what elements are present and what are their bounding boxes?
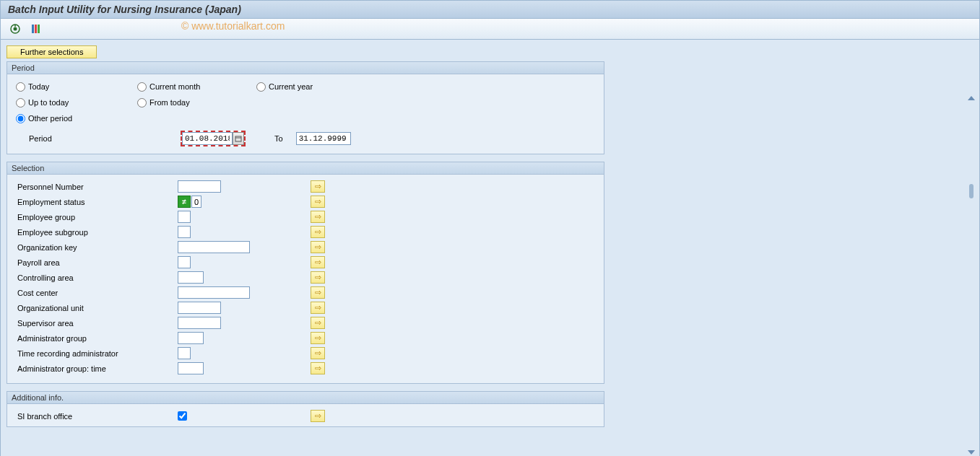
radio-today[interactable]: Today (16, 82, 137, 92)
radio-today-input[interactable] (16, 82, 25, 92)
radio-current-month-input[interactable] (137, 82, 147, 92)
radio-current-year[interactable]: Current year (256, 82, 372, 92)
organization-key-input[interactable] (178, 241, 250, 253)
vertical-scrollbar[interactable] (966, 96, 976, 455)
admin-group-time-input[interactable] (178, 362, 204, 374)
employee-subgroup-label: Employee subgroup (16, 228, 178, 237)
additional-info-group: Additional info. SI branch office ⇨ (6, 391, 604, 427)
personnel-number-input[interactable] (178, 180, 221, 193)
not-equal-icon[interactable]: ≠ (178, 196, 191, 208)
employee-group-input[interactable] (178, 211, 191, 223)
payroll-area-multi-button[interactable]: ⇨ (311, 256, 325, 268)
administrator-group-multi-button[interactable]: ⇨ (311, 332, 325, 344)
administrator-group-label: Administrator group (16, 334, 178, 343)
radio-other-period-input[interactable] (16, 114, 25, 123)
employment-status-multi-button[interactable]: ⇨ (311, 196, 325, 208)
si-branch-office-multi-button[interactable]: ⇨ (311, 410, 325, 422)
controlling-area-label: Controlling area (16, 273, 178, 282)
period-to-label: To (274, 134, 283, 143)
radio-up-to-today[interactable]: Up to today (16, 98, 137, 108)
additional-info-title: Additional info. (7, 392, 604, 404)
radio-current-year-input[interactable] (256, 82, 266, 92)
cost-center-multi-button[interactable]: ⇨ (311, 286, 325, 299)
radio-current-month-label: Current month (149, 82, 200, 91)
si-branch-office-checkbox[interactable] (178, 411, 187, 421)
scroll-up-icon[interactable] (968, 96, 975, 100)
organization-key-multi-button[interactable]: ⇨ (311, 241, 325, 253)
execute-icon[interactable] (8, 22, 22, 36)
time-recording-admin-label: Time recording administrator (16, 349, 178, 358)
radio-other-period[interactable]: Other period (16, 114, 137, 123)
employee-subgroup-input[interactable] (178, 226, 191, 238)
selection-group-title: Selection (7, 162, 604, 175)
variant-icon[interactable] (28, 22, 43, 36)
radio-up-to-today-label: Up to today (28, 98, 69, 107)
si-branch-office-label: SI branch office (16, 412, 178, 421)
organizational-unit-input[interactable] (178, 302, 221, 314)
time-recording-admin-input[interactable] (178, 347, 191, 359)
supervisor-area-label: Supervisor area (16, 319, 178, 328)
employee-subgroup-multi-button[interactable]: ⇨ (311, 226, 325, 238)
radio-other-period-label: Other period (28, 114, 72, 123)
window-title-bar: Batch Input Utility for Nursing Insuranc… (0, 0, 980, 19)
svg-point-1 (14, 27, 17, 31)
period-group-body: Today Current month Current year Up to t… (7, 74, 604, 154)
admin-group-time-multi-button[interactable]: ⇨ (311, 362, 325, 374)
window-title: Batch Input Utility for Nursing Insuranc… (8, 4, 241, 15)
employee-group-label: Employee group (16, 213, 178, 222)
further-selections-button[interactable]: Further selections (6, 45, 97, 58)
selection-group: Selection Personnel Number ⇨ Employment … (6, 162, 604, 384)
cost-center-label: Cost center (16, 289, 178, 297)
time-recording-admin-multi-button[interactable]: ⇨ (311, 347, 325, 359)
period-from-input[interactable] (182, 132, 233, 145)
radio-from-today-label: From today (149, 98, 190, 107)
controlling-area-multi-button[interactable]: ⇨ (311, 271, 325, 284)
content-area: Further selections Period Today Current … (0, 40, 980, 456)
svg-rect-6 (235, 136, 241, 141)
administrator-group-input[interactable] (178, 332, 204, 344)
period-group-title: Period (7, 62, 604, 74)
controlling-area-input[interactable] (178, 271, 204, 284)
organizational-unit-multi-button[interactable]: ⇨ (311, 302, 325, 314)
scroll-track[interactable] (969, 105, 974, 446)
watermark-text: © www.tutorialkart.com (181, 20, 285, 32)
radio-up-to-today-input[interactable] (16, 98, 25, 108)
calendar-icon[interactable] (233, 132, 244, 145)
radio-today-label: Today (28, 82, 49, 91)
period-to-input[interactable] (296, 132, 351, 145)
radio-from-today[interactable]: From today (137, 98, 256, 108)
svg-rect-5 (38, 25, 40, 33)
supervisor-area-multi-button[interactable]: ⇨ (311, 317, 325, 329)
cost-center-input[interactable] (178, 286, 250, 299)
selection-group-body: Personnel Number ⇨ Employment status ≠ ⇨… (7, 175, 604, 383)
period-group: Period Today Current month Current year (6, 61, 604, 154)
organization-key-label: Organization key (16, 243, 178, 252)
supervisor-area-input[interactable] (178, 317, 221, 329)
period-from-wrap (181, 131, 246, 146)
scroll-down-icon[interactable] (968, 450, 975, 455)
radio-current-month[interactable]: Current month (137, 82, 256, 92)
personnel-number-label: Personnel Number (16, 183, 178, 191)
scroll-thumb[interactable] (969, 184, 974, 198)
employee-group-multi-button[interactable]: ⇨ (311, 211, 325, 223)
additional-info-body: SI branch office ⇨ (7, 404, 604, 426)
organizational-unit-label: Organizational unit (16, 304, 178, 312)
employment-status-label: Employment status (16, 198, 178, 206)
employment-status-input[interactable] (191, 196, 201, 208)
radio-from-today-input[interactable] (137, 98, 147, 108)
period-field-label: Period (29, 134, 137, 143)
personnel-number-multi-button[interactable]: ⇨ (311, 180, 325, 193)
payroll-area-label: Payroll area (16, 258, 178, 267)
svg-rect-3 (32, 25, 34, 33)
toolbar: © www.tutorialkart.com (0, 19, 980, 40)
radio-current-year-label: Current year (269, 82, 313, 91)
admin-group-time-label: Administrator group: time (16, 364, 178, 373)
svg-rect-4 (35, 25, 37, 33)
payroll-area-input[interactable] (178, 256, 191, 268)
